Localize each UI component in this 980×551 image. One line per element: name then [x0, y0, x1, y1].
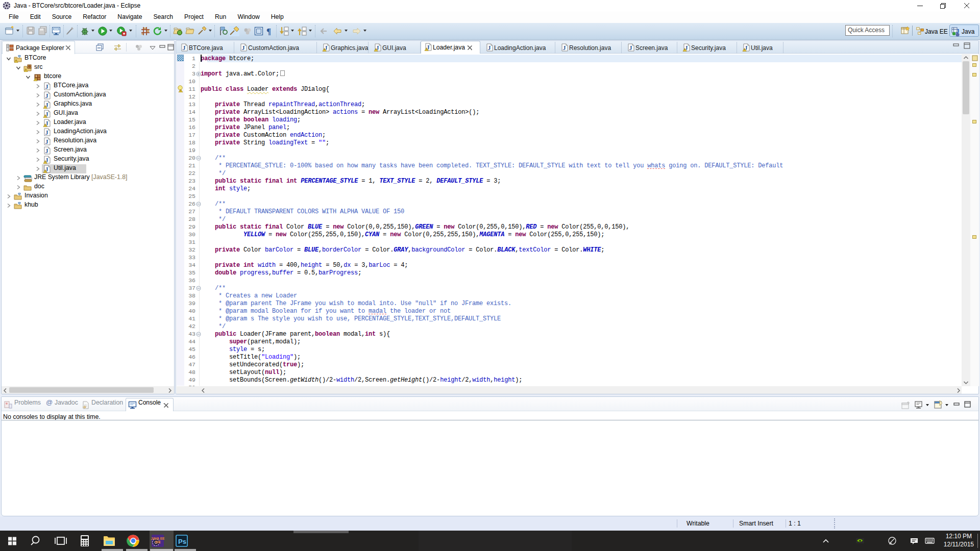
- svg-text:¶: ¶: [266, 27, 271, 36]
- svg-text:J: J: [488, 44, 491, 52]
- svg-text:J: J: [45, 147, 48, 155]
- svg-text:J: J: [242, 44, 245, 52]
- svg-text:Ps: Ps: [178, 538, 186, 545]
- svg-text:IDE: IDE: [155, 540, 161, 544]
- svg-text:J: J: [45, 92, 48, 99]
- svg-text:J: J: [45, 138, 48, 145]
- svg-text:J: J: [563, 44, 566, 52]
- svg-text:J: J: [45, 83, 48, 90]
- svg-text:JAVA EE: JAVA EE: [151, 537, 165, 540]
- svg-text:J: J: [45, 129, 48, 136]
- svg-text:J: J: [629, 44, 632, 52]
- svg-text:J: J: [183, 44, 186, 52]
